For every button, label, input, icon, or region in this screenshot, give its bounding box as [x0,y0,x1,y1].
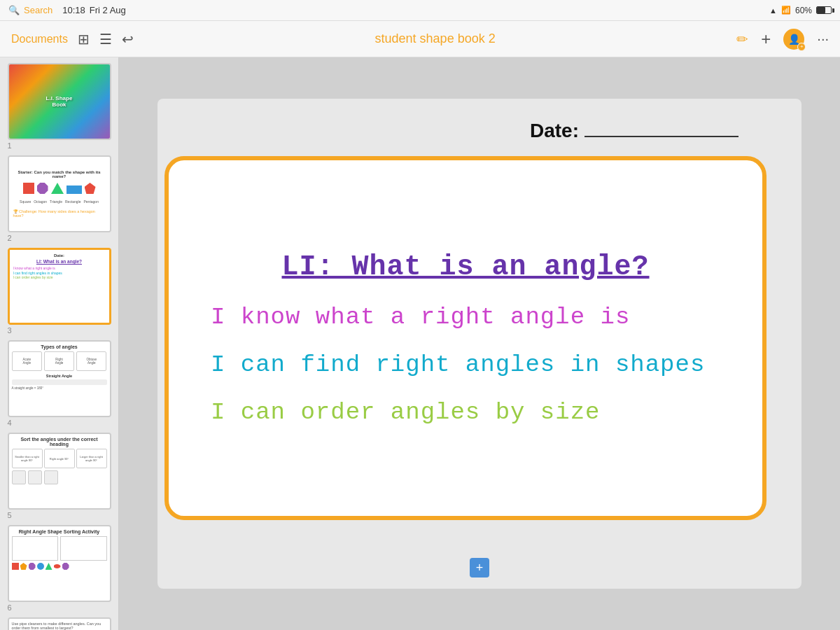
slide-6-table [12,536,107,561]
panel-toggle-icon[interactable]: ⊞ [78,31,90,48]
wifi-icon: 📶 [781,6,791,15]
main-content: Date: LI: What is an angle? I know what … [119,57,840,630]
sidebar-item-slide-7[interactable]: Use pipe cleaners to make different angl… [8,617,111,630]
col-larger: Larger than a right angle 90° [76,449,107,468]
status-bar: 🔍 Search 10:18 Fri 2 Aug ▲ 📶 60% [0,0,840,21]
col-smaller: Smaller than a right angle 90° [12,449,43,468]
angle-card: LI: What is an angle? I know what a righ… [164,156,766,520]
slide-2-number: 2 [8,232,111,244]
sidebar-item-slide-1[interactable]: L.I. Shape Book 1 [8,63,111,151]
learning-intention-2: I can find right angles in shapes [211,351,720,378]
slide-3-li3: I can order angles by size [13,275,106,280]
learning-intention-1: I know what a right angle is [211,304,720,330]
main-layout: L.I. Shape Book 1 Starter: Can you match… [0,57,840,630]
list-view-icon[interactable]: ☰ [99,31,112,48]
status-time: 10:18 [62,5,85,15]
add-button[interactable]: + [761,29,771,49]
slide-2-content: Starter: Can you match the shape with it… [9,157,110,231]
slide-5-title: Sort the angles under the correct headin… [12,437,107,447]
slide-4-thumbnail: Types of angles AcuteAngle RightAngle Ob… [8,340,111,417]
challenge-text: 🏆 Challenge: How many sides does a hexag… [13,209,106,218]
slide-6-number: 6 [8,602,111,613]
search-label[interactable]: Search [24,5,52,15]
toolbar: Documents ⊞ ☰ ↩ student shape book 2 ✏ +… [0,21,840,57]
documents-button[interactable]: Documents [11,33,68,46]
sidebar-item-slide-2[interactable]: Starter: Can you match the shape with it… [8,155,111,244]
battery-percent: 60% [795,6,812,15]
slide-2-thumbnail: Starter: Can you match the shape with it… [8,155,111,232]
slide-7-content: Use pipe cleaners to make different angl… [9,619,110,630]
signal-icon: ▲ [769,6,777,15]
slide-5-thumbnail: Sort the angles under the correct headin… [8,433,111,510]
slide-3-heading: LI: What is an angle? [13,259,106,264]
slide-3-title: Date: [13,253,106,258]
sidebar-item-slide-4[interactable]: Types of angles AcuteAngle RightAngle Ob… [8,340,111,428]
date-input-line[interactable] [584,136,738,137]
slide-3-thumbnail: Date: LI: What is an angle? I know what … [8,248,111,325]
shape-square [23,183,34,194]
sidebar: L.I. Shape Book 1 Starter: Can you match… [0,57,119,630]
more-button[interactable]: ··· [817,31,829,47]
shape-triangle [51,183,64,194]
slide-5-shapes [12,470,107,484]
slide-6-thumbnail: Right Angle Shape Sorting Activity [8,525,111,602]
sidebar-item-slide-3[interactable]: Date: LI: What is an angle? I know what … [8,248,111,336]
sidebar-item-slide-6[interactable]: Right Angle Shape Sorting Activity [8,525,111,613]
search-icon: 🔍 [8,5,20,15]
status-date: Fri 2 Aug [90,5,126,15]
slide-4-content: Types of angles AcuteAngle RightAngle Ob… [9,342,110,416]
date-area: Date: [530,120,738,142]
document-title: student shape book 2 [375,31,496,46]
slide-3-number: 3 [8,325,111,336]
date-label: Date: [530,120,579,142]
shape-labels: SquareOctagonTriangleRectanglePentagon [20,200,99,204]
undo-icon[interactable]: ↩ [122,31,134,48]
slide-4-straight-img [12,379,107,385]
toolbar-right: ✏ + 👤 + ··· [736,29,829,50]
add-content-button[interactable]: + [470,558,489,578]
toolbar-left: Documents ⊞ ☰ ↩ [11,31,134,48]
slide-6-title: Right Angle Shape Sorting Activity [12,529,107,534]
slide-5-content: Sort the angles under the correct headin… [9,434,110,508]
slide-4-note: A straight angle = 180° [12,386,107,390]
status-bar-left: 🔍 Search 10:18 Fri 2 Aug [8,5,126,15]
slide-7-instruction: Use pipe cleaners to make different angl… [12,622,107,630]
slide-1-number: 1 [8,140,111,151]
avatar-badge: + [797,43,806,51]
shape-pentagon [85,183,96,194]
slide-4-title: Types of angles [12,344,107,349]
right-box: RightAngle [44,351,74,371]
slide-4-straight: Straight Angle [12,374,107,378]
slide-7-thumbnail: Use pipe cleaners to make different angl… [8,617,111,630]
slide-2-shapes [23,183,96,194]
slide-4-number: 4 [8,417,111,428]
slide-6-shapes [12,563,107,570]
slide-container: Date: LI: What is an angle? I know what … [158,99,802,589]
slide-1-thumbnail: L.I. Shape Book [8,63,111,140]
status-bar-right: ▲ 📶 60% [769,6,832,15]
slide-6-content: Right Angle Shape Sorting Activity [9,526,110,601]
slide-1-cover: L.I. Shape Book [9,64,110,139]
avatar[interactable]: 👤 + [783,29,804,50]
slide-5-number: 5 [8,510,111,521]
acute-box: AcuteAngle [12,351,42,371]
annotation-icon[interactable]: ✏ [736,31,748,48]
slide-4-angles: AcuteAngle RightAngle ObtuseAngle [12,351,107,371]
slide-5-cols: Smaller than a right angle 90° Right ang… [12,449,107,468]
battery-icon [816,6,832,14]
shape-rectangle [66,186,82,194]
card-title: LI: What is an angle? [281,251,649,283]
col-right: Right angle 90° [44,449,75,468]
slide-3-content: Date: LI: What is an angle? I know what … [10,250,109,323]
obtuse-box: ObtuseAngle [76,351,106,371]
sidebar-item-slide-5[interactable]: Sort the angles under the correct headin… [8,433,111,521]
toolbar-center: student shape book 2 [146,31,724,46]
shape-octagon [37,183,48,194]
learning-intention-3: I can order angles by size [211,399,720,426]
